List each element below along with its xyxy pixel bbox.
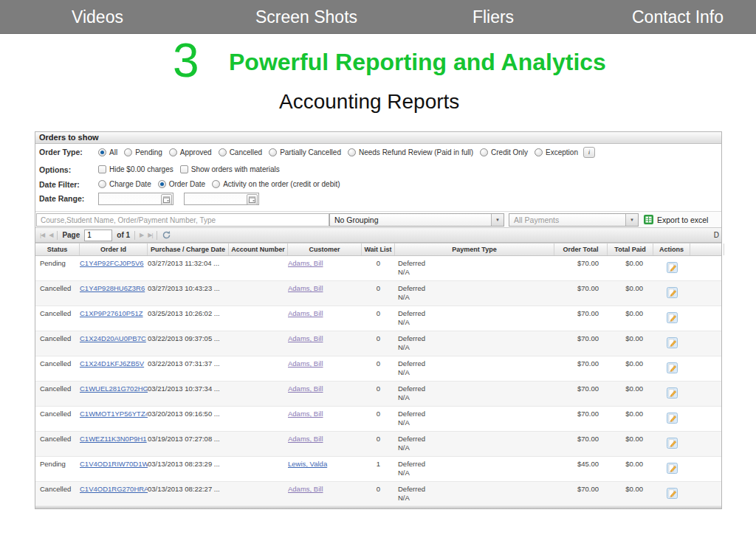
edit-order-icon[interactable] [667, 392, 678, 400]
order-id-link[interactable]: C1XP9P27610P51Z [80, 309, 143, 317]
prev-page-icon[interactable]: ◀ [49, 232, 52, 238]
column-header-payment-type[interactable]: Payment Type [395, 244, 554, 255]
calendar-icon[interactable] [161, 194, 172, 205]
customer-link[interactable]: Adams, Bill [288, 334, 323, 342]
order-type-option-exception[interactable]: Exceptioni [535, 147, 595, 158]
payment-type-cell: DeferredN/A [395, 457, 554, 481]
edit-order-icon[interactable] [667, 291, 678, 300]
column-header-purchase-charge-date[interactable]: Purchase / Charge Date [148, 244, 229, 255]
edit-order-icon[interactable] [667, 367, 678, 375]
page-of-label: of 1 [117, 231, 130, 239]
edit-order-icon[interactable] [667, 492, 678, 500]
actions-cell [653, 331, 690, 356]
grouping-select[interactable]: No Grouping ▼ [329, 213, 504, 227]
edit-order-icon[interactable] [667, 417, 678, 425]
column-header-total-paid[interactable]: Total Paid [608, 244, 653, 255]
order-id-link[interactable]: C1WEZ11K3N0P9H1 [80, 435, 147, 443]
order-id-cell: C1X24D20AU0PB7C [80, 331, 148, 356]
calendar-icon[interactable] [247, 194, 258, 205]
order-id-link[interactable]: C1Y4P928HU6Z3R6 [80, 284, 145, 292]
slide-subtitle: Accounting Reports [279, 90, 459, 114]
table-row: CancelledC1Y4P928HU6Z3R603/27/2013 10:43… [35, 281, 721, 306]
nav-item-fliers[interactable]: Fliers [472, 7, 514, 27]
payment-type-cell: DeferredN/A [395, 331, 554, 356]
order-type-option-approved[interactable]: Approved [169, 148, 212, 156]
customer-cell: Adams, Bill [288, 482, 362, 506]
order-type-option-cancelled[interactable]: Cancelled [219, 148, 262, 156]
account-number-cell [229, 407, 288, 431]
status-cell: Cancelled [35, 382, 80, 406]
account-number-cell [229, 256, 288, 280]
customer-link[interactable]: Adams, Bill [288, 410, 323, 418]
option-checkbox-hide-0-00-charges[interactable]: Hide $0.00 charges [98, 165, 173, 173]
edit-order-icon[interactable] [667, 442, 678, 450]
order-id-link[interactable]: C1WUEL281G702HG [80, 384, 148, 393]
last-page-icon[interactable]: ▶| [148, 232, 152, 238]
order-type-option-needs-refund-review-paid-in-full[interactable]: Needs Refund Review (Paid in full) [348, 148, 473, 156]
refresh-icon[interactable] [162, 230, 171, 240]
total-paid-cell: $0.00 [608, 281, 653, 306]
order-id-link[interactable]: C1WMOT1YP56YTZ4 [80, 410, 148, 418]
customer-link[interactable]: Adams, Bill [288, 384, 323, 393]
column-header-actions[interactable]: Actions [653, 244, 690, 255]
nav-item-contact-info[interactable]: Contact Info [632, 7, 724, 27]
customer-link[interactable]: Adams, Bill [288, 259, 323, 267]
column-header-account-number[interactable]: Account Number [229, 244, 288, 255]
order-type-option-credit-only[interactable]: Credit Only [480, 148, 528, 156]
first-page-icon[interactable]: |◀ [40, 232, 44, 238]
customer-link[interactable]: Adams, Bill [288, 485, 323, 493]
checkbox-icon [180, 165, 188, 173]
status-cell: Cancelled [35, 482, 80, 506]
order-type-option-partially-cancelled[interactable]: Partially Cancelled [269, 148, 341, 156]
wait-list-cell: 0 [362, 331, 395, 356]
date-range-row: Date Range: [39, 193, 718, 204]
customer-link[interactable]: Adams, Bill [288, 309, 323, 317]
pager-right-text: D [714, 231, 719, 239]
order-id-link[interactable]: C1X24D1KFJ6ZB5V [80, 359, 144, 368]
actions-cell [653, 256, 690, 280]
export-to-excel-button[interactable]: Export to excel [644, 215, 708, 224]
date-filter-option-charge-date[interactable]: Charge Date [98, 180, 151, 188]
edit-order-icon[interactable] [667, 266, 678, 275]
payments-select[interactable]: All Payments ▼ [509, 213, 639, 227]
payment-type-line2: N/A [398, 393, 554, 402]
order-id-link[interactable]: C1X24D20AU0PB7C [80, 334, 146, 342]
page-input[interactable] [84, 230, 112, 241]
order-id-link[interactable]: C1Y4P92FCJ0P5V6 [80, 259, 144, 267]
payment-type-cell: DeferredN/A [395, 306, 554, 331]
customer-link[interactable]: Lewis, Valda [288, 460, 327, 468]
next-page-icon[interactable]: ▶ [140, 232, 143, 238]
wait-list-cell: 0 [362, 356, 395, 381]
option-checkbox-show-orders-with-materials[interactable]: Show orders with materials [180, 165, 280, 173]
info-icon[interactable]: i [583, 147, 595, 158]
date-range-label: Date Range: [39, 194, 98, 203]
order-type-option-label: Needs Refund Review (Paid in full) [359, 148, 473, 156]
search-input[interactable] [36, 213, 329, 227]
customer-link[interactable]: Adams, Bill [288, 284, 323, 292]
edit-order-icon[interactable] [667, 467, 678, 475]
radio-icon [169, 148, 177, 156]
table-row: CancelledC1WUEL281G702HG03/21/2013 10:37… [35, 382, 721, 407]
account-number-cell [229, 432, 288, 456]
column-header-order-id[interactable]: Order Id [80, 244, 148, 255]
order-total-cell: $70.00 [554, 256, 608, 280]
column-header-customer[interactable]: Customer [288, 244, 362, 255]
order-id-link[interactable]: C1V4OD1RG270HRA [80, 485, 148, 493]
customer-link[interactable]: Adams, Bill [288, 359, 323, 368]
nav-item-videos[interactable]: Videos [72, 7, 123, 27]
date-filter-option-order-date[interactable]: Order Date [158, 180, 205, 188]
excel-icon [644, 215, 653, 224]
column-header-order-total[interactable]: Order Total [554, 244, 608, 255]
table-row: PendingC1Y4P92FCJ0P5V603/27/2013 11:32:0… [35, 256, 721, 281]
column-header-status[interactable]: Status [35, 244, 80, 255]
order-type-option-all[interactable]: All [98, 148, 117, 156]
edit-order-icon[interactable] [667, 317, 678, 325]
nav-item-screen-shots[interactable]: Screen Shots [255, 7, 357, 27]
customer-link[interactable]: Adams, Bill [288, 435, 323, 443]
order-type-option-pending[interactable]: Pending [124, 148, 162, 156]
order-total-cell: $70.00 [554, 331, 608, 356]
column-header-wait-list[interactable]: Wait List [362, 244, 395, 255]
edit-order-icon[interactable] [667, 342, 678, 350]
order-id-link[interactable]: C1V4OD1RIW70D1W [80, 460, 148, 468]
date-filter-option-activity-on-the-order-credit-or-debit[interactable]: Activity on the order (credit or debit) [212, 180, 340, 188]
